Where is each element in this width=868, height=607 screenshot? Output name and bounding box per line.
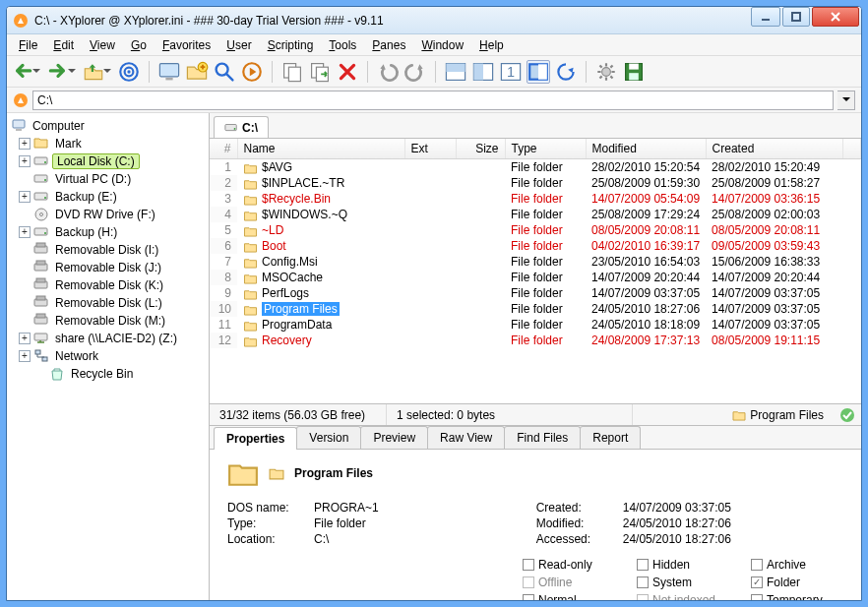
tree-item[interactable]: Recycle Bin <box>9 365 207 383</box>
menu-user[interactable]: User <box>218 36 259 54</box>
redo-button[interactable] <box>403 60 427 84</box>
col-ext[interactable]: Ext <box>404 139 456 159</box>
file-list[interactable]: # Name Ext Size Type Modified Created 1$… <box>210 139 861 403</box>
expand-toggle[interactable]: + <box>19 350 31 362</box>
tree-item[interactable]: Removable Disk (J:) <box>9 259 207 276</box>
file-row[interactable]: 5~LDFile folder08/05/2009 20:08:1108/05/… <box>210 222 861 238</box>
col-type[interactable]: Type <box>505 139 586 159</box>
desktop-button[interactable] <box>157 60 181 84</box>
attr-system[interactable]: System <box>637 576 721 589</box>
close-button[interactable] <box>812 7 859 27</box>
tree-item[interactable]: Removable Disk (M:) <box>9 312 207 330</box>
checkbox[interactable] <box>523 559 534 571</box>
col-name[interactable]: Name <box>237 139 404 159</box>
maximize-button[interactable] <box>782 7 810 27</box>
address-input[interactable]: C:\ <box>32 91 834 110</box>
menu-edit[interactable]: Edit <box>45 36 82 54</box>
details-tab-report[interactable]: Report <box>580 426 641 449</box>
expand-toggle[interactable]: + <box>19 226 31 238</box>
menu-scripting[interactable]: Scripting <box>260 36 322 54</box>
tree-item[interactable]: DVD RW Drive (F:) <box>9 206 207 223</box>
expand-toggle[interactable]: + <box>19 155 31 167</box>
up-button[interactable] <box>82 60 105 84</box>
expand-toggle[interactable]: + <box>19 138 31 150</box>
file-row[interactable]: 10Program FilesFile folder24/05/2010 18:… <box>210 301 861 317</box>
pane-dual-button[interactable] <box>527 60 550 84</box>
pane-split-v-button[interactable] <box>471 60 495 84</box>
file-row[interactable]: 7Config.MsiFile folder23/05/2010 16:54:0… <box>210 254 861 270</box>
details-tab-version[interactable]: Version <box>296 426 361 449</box>
tree-item[interactable]: Virtual PC (D:) <box>9 170 207 188</box>
titlebar[interactable]: C:\ - XYplorer @ XYplorer.ini - ### 30-d… <box>7 7 861 34</box>
file-row[interactable]: 6BootFile folder04/02/2010 16:39:1709/05… <box>210 238 861 254</box>
attr-normal[interactable]: Normal <box>523 593 607 600</box>
folder-tree[interactable]: Computer+Mark+Local Disk (C:)Virtual PC … <box>7 113 210 600</box>
tree-item[interactable]: +Local Disk (C:) <box>9 152 207 170</box>
tree-item[interactable]: +Mark <box>9 135 207 152</box>
tree-item[interactable]: +Network <box>9 347 207 365</box>
checkbox[interactable] <box>751 577 763 588</box>
menu-tools[interactable]: Tools <box>321 36 364 54</box>
file-row[interactable]: 12RecoveryFile folder24/08/2009 17:37:13… <box>210 333 861 348</box>
menu-panes[interactable]: Panes <box>364 36 413 54</box>
details-tab-find-files[interactable]: Find Files <box>504 426 581 449</box>
address-dropdown[interactable] <box>837 91 855 110</box>
details-tab-preview[interactable]: Preview <box>360 426 428 449</box>
file-row[interactable]: 3$Recycle.BinFile folder14/07/2009 05:54… <box>210 191 861 207</box>
menu-view[interactable]: View <box>82 36 123 54</box>
settings-button[interactable] <box>594 60 618 84</box>
file-row[interactable]: 8MSOCacheFile folder14/07/2009 20:20:441… <box>210 270 861 285</box>
attr-folder[interactable]: Folder <box>751 576 836 589</box>
tree-item[interactable]: Removable Disk (K:) <box>9 276 207 294</box>
attr-read-only[interactable]: Read-only <box>523 558 607 572</box>
delete-button[interactable] <box>336 60 359 84</box>
menu-favorites[interactable]: Favorites <box>155 36 218 54</box>
menu-help[interactable]: Help <box>471 36 512 54</box>
tree-root[interactable]: Computer <box>9 117 207 135</box>
col-size[interactable]: Size <box>456 139 505 159</box>
target-button[interactable] <box>117 60 141 84</box>
file-row[interactable]: 2$INPLACE.~TRFile folder25/08/2009 01:59… <box>210 175 861 191</box>
attr-hidden[interactable]: Hidden <box>637 558 721 572</box>
forward-button[interactable] <box>46 60 70 84</box>
copy-button[interactable] <box>280 60 304 84</box>
col-created[interactable]: Created <box>706 139 842 159</box>
checkbox[interactable] <box>523 594 534 600</box>
attr-temporary[interactable]: Temporary <box>751 593 836 600</box>
expand-toggle[interactable]: + <box>19 333 31 344</box>
tree-item[interactable]: +share (\\LACIE-D2) (Z:) <box>9 330 207 347</box>
checkbox[interactable] <box>751 559 763 571</box>
menu-window[interactable]: Window <box>413 36 471 54</box>
preview-button[interactable] <box>240 60 264 84</box>
tab-current[interactable]: C:\ <box>214 116 269 138</box>
pane-single-button[interactable] <box>499 60 523 84</box>
file-row[interactable]: 4$WINDOWS.~QFile folder25/08/2009 17:29:… <box>210 207 861 222</box>
minimize-button[interactable] <box>751 7 780 27</box>
refresh-button[interactable] <box>554 60 578 84</box>
checkbox[interactable] <box>637 577 649 588</box>
tree-item[interactable]: Removable Disk (L:) <box>9 294 207 312</box>
file-row[interactable]: 11ProgramDataFile folder24/05/2010 18:18… <box>210 317 861 333</box>
file-row[interactable]: 9PerfLogsFile folder14/07/2009 03:37:051… <box>210 285 861 301</box>
undo-button[interactable] <box>376 60 400 84</box>
menu-go[interactable]: Go <box>123 36 155 54</box>
save-settings-button[interactable] <box>622 60 646 84</box>
tree-item[interactable]: Removable Disk (I:) <box>9 241 207 259</box>
attr-archive[interactable]: Archive <box>751 558 836 572</box>
new-folder-button[interactable] <box>185 60 209 84</box>
tree-item[interactable]: +Backup (H:) <box>9 223 207 241</box>
find-button[interactable] <box>213 60 236 84</box>
file-row[interactable]: 1$AVGFile folder28/02/2010 15:20:5428/02… <box>210 159 861 176</box>
checkbox[interactable] <box>637 559 649 571</box>
details-tab-properties[interactable]: Properties <box>214 427 297 450</box>
pane-split-h-button[interactable] <box>444 60 467 84</box>
checkbox[interactable] <box>751 594 763 600</box>
col-number[interactable]: # <box>210 139 237 159</box>
menu-file[interactable]: File <box>11 36 45 54</box>
expand-toggle[interactable]: + <box>19 191 31 203</box>
col-modified[interactable]: Modified <box>586 139 706 159</box>
move-button[interactable] <box>308 60 332 84</box>
details-tab-raw-view[interactable]: Raw View <box>427 426 505 449</box>
back-button[interactable] <box>11 60 34 84</box>
tree-item[interactable]: +Backup (E:) <box>9 188 207 206</box>
